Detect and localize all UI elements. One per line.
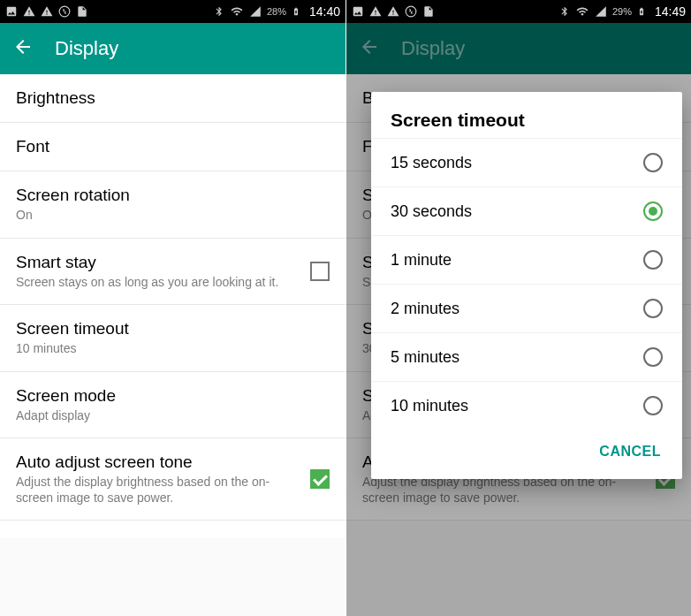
- app-bar: Display: [0, 23, 346, 74]
- radio[interactable]: [643, 396, 663, 415]
- option-30-seconds[interactable]: 30 seconds: [371, 186, 682, 235]
- signal-icon: [249, 5, 262, 18]
- option-2-minutes[interactable]: 2 minutes: [371, 284, 682, 332]
- option-1-minute[interactable]: 1 minute: [371, 235, 682, 284]
- warning-icon: [369, 5, 382, 18]
- item-label: Brightness: [16, 88, 321, 108]
- item-screen-mode[interactable]: Screen mode Adapt display: [0, 372, 346, 439]
- item-font[interactable]: Font: [0, 123, 346, 171]
- screenshot-right: 29% 14:49 Display Brightness Font Screen…: [346, 0, 691, 616]
- item-subtext: Adjust the display brightness based on t…: [16, 475, 301, 506]
- wifi-icon: [230, 5, 244, 18]
- shazam-icon: [405, 5, 417, 18]
- option-label: 5 minutes: [391, 348, 643, 367]
- status-bar: 28% 14:40: [0, 0, 346, 23]
- option-label: 10 minutes: [391, 397, 643, 415]
- item-subtext: 10 minutes: [16, 341, 321, 357]
- item-screen-timeout[interactable]: Screen timeout 10 minutes: [0, 305, 346, 372]
- clock-text: 14:40: [309, 4, 340, 19]
- screen-timeout-dialog: Screen timeout 15 seconds 30 seconds 1 m…: [371, 92, 682, 479]
- battery-text: 28%: [267, 6, 286, 17]
- battery-icon: [637, 5, 646, 18]
- option-15-seconds[interactable]: 15 seconds: [371, 138, 682, 186]
- document-icon: [76, 5, 88, 18]
- dialog-title: Screen timeout: [371, 110, 682, 138]
- warning-icon: [41, 5, 53, 18]
- radio[interactable]: [643, 299, 663, 318]
- shazam-icon: [58, 5, 71, 18]
- item-smart-stay[interactable]: Smart stay Screen stays on as long as yo…: [0, 239, 346, 306]
- item-partial[interactable]: [0, 521, 346, 538]
- screenshot-left: 28% 14:40 Display Brightness Font Screen…: [0, 0, 346, 616]
- cancel-button[interactable]: CANCEL: [590, 437, 670, 467]
- item-label: Font: [16, 137, 321, 156]
- image-icon: [352, 5, 364, 18]
- page-title: Display: [55, 37, 118, 60]
- clock-text: 14:49: [655, 4, 686, 19]
- item-screen-rotation[interactable]: Screen rotation On: [0, 171, 346, 239]
- radio[interactable]: [643, 202, 663, 221]
- item-label: Smart stay: [16, 253, 301, 272]
- option-label: 15 seconds: [391, 154, 643, 172]
- option-5-minutes[interactable]: 5 minutes: [371, 332, 682, 381]
- item-auto-adjust-tone[interactable]: Auto adjust screen tone Adjust the displ…: [0, 438, 346, 521]
- item-label: Screen mode: [16, 386, 321, 406]
- settings-list: Brightness Font Screen rotation On Smart…: [0, 74, 346, 538]
- dialog-actions: CANCEL: [371, 430, 682, 475]
- battery-icon: [292, 5, 300, 18]
- svg-point-1: [406, 6, 416, 17]
- option-label: 1 minute: [391, 251, 643, 270]
- option-label: 30 seconds: [391, 202, 643, 221]
- item-label: Auto adjust screen tone: [16, 452, 301, 472]
- back-icon[interactable]: [12, 36, 34, 61]
- item-brightness[interactable]: Brightness: [0, 74, 346, 123]
- bluetooth-icon: [214, 5, 224, 18]
- item-subtext: On: [16, 208, 321, 224]
- warning-icon: [387, 5, 399, 18]
- document-icon: [422, 5, 435, 18]
- signal-icon: [595, 5, 607, 18]
- option-label: 2 minutes: [391, 300, 643, 318]
- option-10-minutes[interactable]: 10 minutes: [371, 381, 682, 430]
- status-bar: 29% 14:49: [346, 0, 691, 23]
- svg-point-0: [59, 6, 70, 17]
- radio[interactable]: [643, 347, 663, 367]
- checkbox[interactable]: [310, 469, 330, 489]
- battery-text: 29%: [612, 6, 632, 17]
- radio[interactable]: [643, 153, 663, 172]
- wifi-icon: [575, 5, 589, 18]
- image-icon: [5, 5, 18, 18]
- bluetooth-icon: [559, 5, 570, 18]
- item-label: Screen timeout: [16, 319, 321, 338]
- checkbox[interactable]: [310, 262, 330, 281]
- warning-icon: [23, 5, 35, 18]
- item-subtext: Adapt display: [16, 408, 321, 424]
- item-subtext: Screen stays on as long as you are looki…: [16, 275, 301, 291]
- item-label: Screen rotation: [16, 186, 321, 205]
- radio[interactable]: [643, 250, 663, 270]
